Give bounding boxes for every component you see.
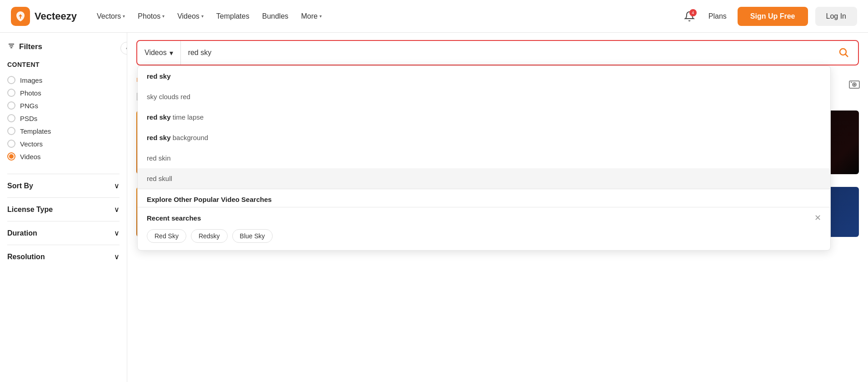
signup-button[interactable]: Sign Up Free — [738, 7, 808, 26]
suggestion-red-skin[interactable]: red skin — [138, 148, 830, 168]
logo[interactable]: Vecteezy — [11, 7, 77, 26]
nav-templates[interactable]: Templates — [211, 9, 255, 24]
search-submit-button[interactable] — [830, 41, 858, 65]
nav-vectors[interactable]: Vectors ▾ — [91, 9, 130, 24]
radio-psds — [7, 114, 15, 122]
nav-videos-chevron: ▾ — [201, 14, 204, 19]
radio-vectors — [7, 140, 15, 148]
svg-point-7 — [854, 84, 855, 85]
suggestion-red-sky-time-lapse[interactable]: red sky time lapse — [138, 107, 830, 127]
license-type-chevron: ∨ — [114, 205, 120, 214]
resolution-chevron: ∨ — [114, 252, 120, 261]
radio-images — [7, 76, 15, 84]
recent-tag-redsky[interactable]: Redsky — [191, 229, 228, 243]
suggestion-red-sky[interactable]: red sky — [138, 66, 830, 86]
license-type-label: License Type — [7, 206, 53, 214]
svg-point-3 — [840, 49, 846, 55]
search-input[interactable] — [181, 41, 830, 65]
content-videos[interactable]: Videos — [7, 150, 120, 163]
content-psds[interactable]: PSDs — [7, 112, 120, 125]
filter-header: Filters — [7, 42, 120, 52]
sort-by-chevron: ∨ — [114, 181, 120, 190]
login-button[interactable]: Log In — [815, 7, 857, 26]
search-bar-wrapper: Videos ▾ red sky sky clouds re — [127, 33, 868, 73]
nav-more-chevron: ▾ — [319, 14, 322, 19]
radio-pngs — [7, 101, 15, 110]
notification-bell[interactable]: 4 — [681, 8, 698, 25]
resolution-section[interactable]: Resolution ∨ — [7, 245, 120, 268]
content-pngs[interactable]: PNGs — [7, 99, 120, 112]
recent-clear-button[interactable]: ✕ — [814, 214, 821, 222]
duration-label: Duration — [7, 229, 37, 237]
radio-videos — [7, 152, 15, 161]
header: Vecteezy Vectors ▾ Photos ▾ Videos ▾ Tem… — [0, 0, 868, 33]
recent-tag-red-sky[interactable]: Red Sky — [147, 229, 186, 243]
content-section-title: Content — [7, 61, 120, 68]
recent-searches-title: Recent searches — [147, 214, 201, 222]
suggestion-red-skull[interactable]: red skull — [138, 168, 830, 189]
nav-vectors-chevron: ▾ — [123, 14, 125, 19]
search-type-chevron: ▾ — [170, 49, 173, 57]
recent-tags: Red Sky Redsky Blue Sky — [138, 226, 830, 250]
explore-label: Explore Other Popular Video Searches — [138, 189, 830, 207]
sort-by-section[interactable]: Sort By ∨ — [7, 174, 120, 197]
search-dropdown: red sky sky clouds red red sky time laps… — [137, 65, 831, 251]
content-area: Videos ▾ red sky sky clouds re — [127, 33, 868, 382]
main-layout: ‹ Filters Content Images Photos — [0, 33, 868, 382]
content-images[interactable]: Images — [7, 74, 120, 86]
recent-searches-header: Recent searches ✕ — [138, 207, 830, 226]
image-search-button[interactable] — [841, 73, 868, 96]
svg-line-4 — [845, 54, 848, 57]
search-type-label: Videos — [145, 49, 167, 57]
radio-templates — [7, 127, 15, 135]
content-vectors[interactable]: Vectors — [7, 137, 120, 150]
notification-badge: 4 — [689, 9, 697, 16]
content-photos[interactable]: Photos — [7, 86, 120, 99]
header-right: 4 Plans Sign Up Free Log In — [681, 7, 857, 26]
license-type-section[interactable]: License Type ∨ — [7, 197, 120, 221]
nav-more[interactable]: More ▾ — [296, 9, 327, 24]
logo-icon — [11, 7, 30, 26]
logo-text: Vecteezy — [35, 10, 77, 22]
main-nav: Vectors ▾ Photos ▾ Videos ▾ Templates Bu… — [91, 9, 681, 24]
content-section: Content Images Photos PNGs PSDs Template… — [7, 61, 120, 163]
nav-photos[interactable]: Photos ▾ — [132, 9, 170, 24]
filter-icon — [7, 42, 15, 52]
suggestion-red-sky-background[interactable]: red sky background — [138, 127, 830, 148]
sort-by-label: Sort By — [7, 182, 33, 190]
plans-link[interactable]: Plans — [705, 9, 730, 24]
search-type-select[interactable]: Videos ▾ — [137, 41, 181, 65]
resolution-label: Resolution — [7, 253, 45, 261]
nav-videos[interactable]: Videos ▾ — [172, 9, 209, 24]
filter-title: Filters — [19, 42, 42, 51]
suggestion-sky-clouds-red[interactable]: sky clouds red — [138, 86, 830, 107]
duration-section[interactable]: Duration ∨ — [7, 221, 120, 245]
radio-photos — [7, 89, 15, 97]
nav-bundles[interactable]: Bundles — [257, 9, 294, 24]
nav-photos-chevron: ▾ — [162, 14, 165, 19]
recent-tag-blue-sky[interactable]: Blue Sky — [232, 229, 273, 243]
sidebar-collapse-button[interactable]: ‹ — [120, 42, 127, 55]
search-bar: Videos ▾ red sky sky clouds re — [136, 40, 859, 65]
content-templates[interactable]: Templates — [7, 125, 120, 137]
duration-chevron: ∨ — [114, 229, 120, 237]
sidebar: ‹ Filters Content Images Photos — [0, 33, 127, 382]
